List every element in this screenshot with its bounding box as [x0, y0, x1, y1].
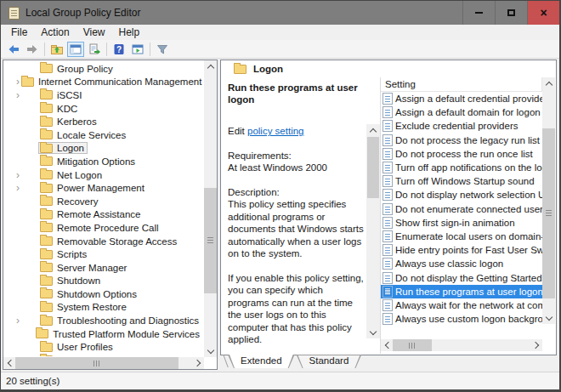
tree-item[interactable]: ›Power Management — [4, 181, 203, 195]
edit-policy-setting-link[interactable]: policy setting — [247, 126, 303, 136]
list-horizontal-scrollbar[interactable] — [381, 339, 542, 351]
setting-row[interactable]: Do not display the Getting Started welco… — [381, 270, 542, 284]
tree-item[interactable]: Remote Procedure Call — [4, 221, 203, 235]
tree-item[interactable]: Trusted Platform Module Services — [4, 327, 203, 341]
setting-row[interactable]: Turn off app notifications on the lock s… — [381, 161, 542, 174]
expand-chevron-icon[interactable]: › — [16, 171, 38, 179]
tree-item[interactable]: ›Internet Communication Management — [4, 76, 203, 89]
expand-chevron-icon[interactable]: › — [16, 184, 38, 192]
scrollbar-thumb[interactable] — [204, 188, 217, 293]
setting-row-label: Do not process the run once list — [395, 149, 533, 159]
folder-icon — [40, 117, 53, 127]
tree-item[interactable]: User Profiles — [4, 340, 203, 354]
tab-extended[interactable]: Extended — [228, 355, 295, 368]
tree-item[interactable]: Shutdown — [4, 275, 203, 288]
expand-chevron-icon[interactable]: › — [16, 91, 38, 99]
tree-item[interactable]: KDC — [4, 102, 203, 116]
tree-item-label: Kerberos — [57, 116, 97, 127]
statusbar: 20 setting(s) — [1, 372, 559, 389]
scroll-down-arrow[interactable] — [542, 312, 555, 324]
scroll-up-arrow[interactable] — [366, 124, 380, 136]
back-arrow-icon — [7, 43, 20, 56]
tree-item[interactable]: Mitigation Options — [4, 155, 203, 168]
setting-row-label: Do not display network selection UI — [395, 190, 542, 200]
setting-row[interactable]: Assign a default domain for logon — [381, 105, 542, 119]
setting-row[interactable]: Always wait for the network at computer … — [381, 298, 542, 312]
description-vertical-scrollbar[interactable] — [366, 124, 380, 338]
menu-help[interactable]: Help — [112, 26, 147, 39]
setting-row[interactable]: Do not process the run once list — [381, 147, 542, 161]
scrollbar-thumb[interactable] — [393, 339, 432, 351]
scroll-left-arrow[interactable] — [381, 339, 393, 351]
setting-row[interactable]: Enumerate local users on domain-joined c… — [381, 230, 542, 243]
tree-item[interactable]: Logon — [4, 142, 203, 156]
expand-chevron-icon[interactable]: › — [16, 316, 38, 325]
scroll-down-arrow[interactable] — [204, 345, 217, 357]
setting-row[interactable]: Exclude credential providers — [381, 119, 542, 133]
scrollbar-thumb[interactable] — [367, 137, 379, 198]
maximize-button[interactable] — [495, 1, 527, 25]
scrollbar-thumb[interactable] — [15, 357, 178, 369]
help-icon: ? — [112, 43, 126, 56]
tree-vertical-scrollbar[interactable] — [204, 60, 217, 357]
menu-view[interactable]: View — [76, 26, 112, 39]
tree-item[interactable]: Group Policy — [4, 62, 203, 76]
setting-row[interactable]: Turn off Windows Startup sound — [381, 174, 542, 188]
policy-setting-icon — [382, 230, 393, 242]
tree-item-label: Group Policy — [57, 64, 113, 74]
tree-horizontal-scrollbar[interactable] — [3, 357, 204, 369]
scrollbar-thumb[interactable] — [542, 128, 555, 298]
show-console-tree-button[interactable] — [67, 42, 84, 57]
setting-row-label: Do not enumerate connected users on doma… — [395, 204, 542, 214]
tree-item[interactable]: Kerberos — [4, 115, 203, 128]
setting-row[interactable]: Always use classic logon — [381, 257, 542, 270]
filter-button[interactable] — [154, 42, 171, 57]
tree-item[interactable]: Remote Assistance — [4, 208, 203, 222]
tree-item-label: Removable Storage Access — [57, 236, 177, 247]
close-button[interactable]: × — [527, 1, 559, 25]
setting-row[interactable]: Assign a default credential provider — [381, 92, 542, 105]
scroll-right-arrow[interactable] — [530, 339, 542, 351]
menu-file[interactable]: File — [4, 26, 34, 39]
scroll-up-arrow[interactable] — [542, 77, 555, 89]
help-button[interactable]: ? — [110, 42, 128, 57]
folder-icon — [40, 236, 53, 246]
tree-item[interactable]: System Restore — [4, 301, 203, 315]
console-window-icon — [69, 43, 82, 56]
tree-item[interactable]: Removable Storage Access — [4, 235, 203, 248]
tree-item[interactable]: Shutdown Options — [4, 287, 203, 301]
policy-setting-icon — [382, 148, 393, 160]
tab-standard[interactable]: Standard — [297, 355, 362, 368]
setting-row[interactable]: Run these programs at user logon — [381, 285, 542, 298]
back-button[interactable] — [5, 42, 22, 57]
setting-row[interactable]: Do not display network selection UI — [381, 188, 542, 202]
up-one-level-button[interactable] — [48, 42, 65, 57]
setting-row[interactable]: Do not enumerate connected users on doma… — [381, 202, 542, 216]
minimize-button[interactable] — [462, 1, 495, 25]
setting-row[interactable]: Do not process the legacy run list — [381, 134, 542, 147]
menu-action[interactable]: Action — [34, 26, 76, 39]
tree-item[interactable]: Server Manager — [4, 261, 203, 275]
scroll-up-arrow[interactable] — [204, 60, 217, 72]
setting-row[interactable]: Show first sign-in animation — [381, 216, 542, 230]
show-action-pane-button[interactable] — [129, 42, 146, 57]
tree-item[interactable]: Locale Services — [4, 128, 203, 142]
scroll-down-arrow[interactable] — [366, 327, 380, 338]
tree-item[interactable]: ›Net Logon — [4, 168, 203, 182]
tree-item-label: Server Manager — [57, 263, 127, 273]
scroll-right-arrow[interactable] — [192, 357, 204, 369]
tree-item[interactable]: Recovery — [4, 195, 203, 208]
policy-title: Run these programs at user logon — [222, 77, 380, 107]
tree-item[interactable]: Windows File Protection — [4, 354, 203, 356]
setting-row[interactable]: Hide entry points for Fast User Switchin… — [381, 243, 542, 257]
tree-item[interactable]: Scripts — [4, 247, 203, 261]
forward-button[interactable] — [24, 42, 41, 57]
setting-column-header[interactable]: Setting — [381, 77, 542, 92]
setting-row[interactable]: Always use custom logon background — [381, 312, 542, 326]
tree-item[interactable]: ›iSCSI — [4, 88, 203, 102]
scroll-left-arrow[interactable] — [3, 357, 15, 369]
export-list-button[interactable] — [86, 42, 103, 57]
setting-row-label: Always wait for the network at computer … — [395, 300, 542, 310]
list-vertical-scrollbar[interactable] — [542, 77, 555, 324]
tree-item[interactable]: ›Troubleshooting and Diagnostics — [4, 314, 203, 327]
